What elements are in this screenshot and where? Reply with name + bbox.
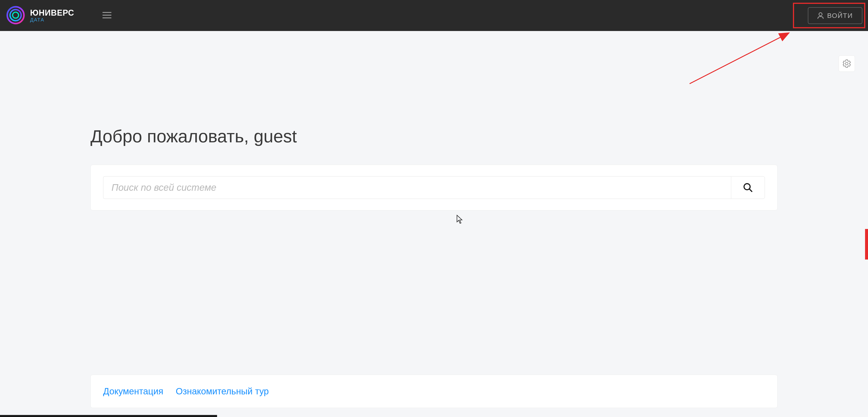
logo-subtitle: ДАТА [30,17,74,23]
logo-title: ЮНИВЕРС [30,8,74,18]
logo-text-group: ЮНИВЕРС ДАТА [30,8,74,23]
user-icon [817,12,824,19]
annotation-arrow [678,29,798,88]
login-button[interactable]: ВОЙТИ [808,7,862,24]
login-button-label: ВОЙТИ [827,12,853,20]
welcome-heading: Добро пожаловать, guest [90,126,778,147]
svg-point-5 [819,13,822,16]
svg-point-1 [10,9,21,21]
documentation-link[interactable]: Документация [103,386,163,396]
logo-area: ЮНИВЕРС ДАТА [6,5,74,26]
side-red-indicator [865,229,868,260]
svg-line-7 [690,33,789,84]
search-button[interactable] [731,176,765,199]
cursor-icon [456,214,463,224]
search-card [90,165,778,210]
logo-icon [6,5,26,26]
gear-icon [842,59,851,68]
svg-line-9 [749,189,752,191]
header-bar: ЮНИВЕРС ДАТА ВОЙТИ [0,0,868,31]
search-icon [743,182,753,193]
main-content: Добро пожаловать, guest [0,126,868,210]
bottom-dark-edge [0,415,217,417]
search-input[interactable] [103,176,731,199]
hamburger-icon [102,11,112,19]
settings-button[interactable] [839,55,855,72]
footer-links-card: Документация Ознакомительный тур [90,375,778,408]
hamburger-menu-button[interactable] [100,9,114,22]
tour-link[interactable]: Ознакомительный тур [176,386,269,396]
